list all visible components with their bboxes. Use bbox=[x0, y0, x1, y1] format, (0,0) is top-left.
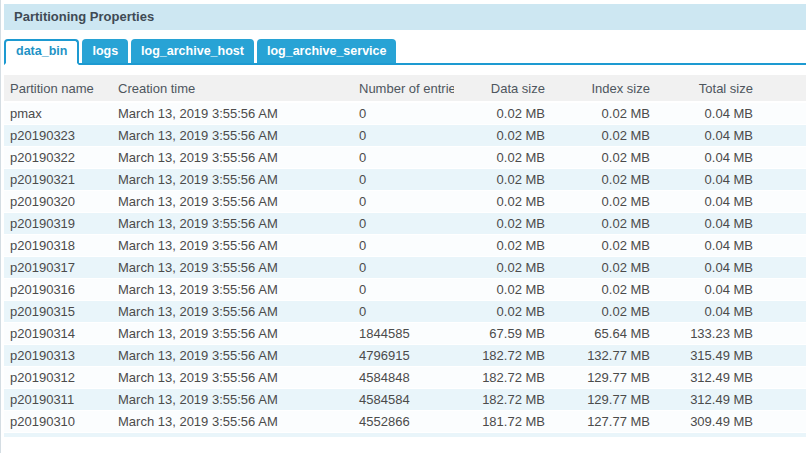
cell-data-size: 0.02 MB bbox=[454, 102, 546, 124]
cell-index-size: 0.02 MB bbox=[546, 300, 651, 322]
cell-partition-name: p20190316 bbox=[4, 278, 114, 300]
partition-row: p20190315 March 13, 2019 3:55:56 AM 0 0.… bbox=[4, 300, 806, 322]
cell-partition-name: p20190321 bbox=[4, 168, 114, 190]
cell-spacer bbox=[754, 366, 806, 388]
cell-partition-name: p20190320 bbox=[4, 190, 114, 212]
cell-number-of-entries: 0 bbox=[354, 212, 454, 234]
panel-title-bar: Partitioning Properties bbox=[4, 4, 806, 30]
partition-row: p20190311 March 13, 2019 3:55:56 AM 4584… bbox=[4, 388, 806, 410]
cell-number-of-entries: 4584584 bbox=[354, 388, 454, 410]
cell-index-size: 129.77 MB bbox=[546, 388, 651, 410]
cell-spacer bbox=[754, 102, 806, 124]
cell-partition-name: p20190317 bbox=[4, 256, 114, 278]
cell-partition-name: p20190323 bbox=[4, 124, 114, 146]
cell-spacer bbox=[754, 234, 806, 256]
panel-title: Partitioning Properties bbox=[14, 9, 154, 24]
cell-index-size: 0.02 MB bbox=[546, 278, 651, 300]
column-header-total-size: Total size bbox=[651, 75, 754, 102]
cell-number-of-entries: 4796915 bbox=[354, 344, 454, 366]
cell-total-size: 0.04 MB bbox=[651, 300, 754, 322]
cell-data-size: 0.02 MB bbox=[454, 300, 546, 322]
cell-total-size: 312.49 MB bbox=[651, 366, 754, 388]
cell-partition-name: p20190315 bbox=[4, 300, 114, 322]
cell-spacer bbox=[754, 124, 806, 146]
partition-row: p20190321 March 13, 2019 3:55:56 AM 0 0.… bbox=[4, 168, 806, 190]
cell-data-size: 0.02 MB bbox=[454, 234, 546, 256]
cell-total-size: 0.04 MB bbox=[651, 234, 754, 256]
cell-number-of-entries: 0 bbox=[354, 278, 454, 300]
cell-data-size: 182.72 MB bbox=[454, 366, 546, 388]
tab-log-archive-host[interactable]: log_archive_host bbox=[131, 39, 254, 63]
partition-table: Partition name Creation time Number of e… bbox=[4, 75, 806, 433]
cell-total-size: 315.49 MB bbox=[651, 344, 754, 366]
cell-total-size: 0.04 MB bbox=[651, 256, 754, 278]
cell-creation-time: March 13, 2019 3:55:56 AM bbox=[114, 278, 354, 300]
partition-row: pmax March 13, 2019 3:55:56 AM 0 0.02 MB… bbox=[4, 102, 806, 124]
tab-data-bin[interactable]: data_bin bbox=[4, 39, 79, 65]
cell-creation-time: March 13, 2019 3:55:56 AM bbox=[114, 322, 354, 344]
cell-index-size: 0.02 MB bbox=[546, 124, 651, 146]
cell-index-size: 0.02 MB bbox=[546, 102, 651, 124]
cell-total-size: 133.23 MB bbox=[651, 322, 754, 344]
cell-partition-name: p20190313 bbox=[4, 344, 114, 366]
partitioning-properties-panel: Partitioning Properties data_bin logs lo… bbox=[0, 0, 810, 453]
column-header-data-size: Data size bbox=[454, 75, 546, 102]
cell-index-size: 127.77 MB bbox=[546, 410, 651, 432]
cell-total-size: 312.49 MB bbox=[651, 388, 754, 410]
cell-creation-time: March 13, 2019 3:55:56 AM bbox=[114, 388, 354, 410]
cell-partition-name: p20190319 bbox=[4, 212, 114, 234]
cell-spacer bbox=[754, 278, 806, 300]
cell-data-size: 0.02 MB bbox=[454, 190, 546, 212]
partition-row: p20190312 March 13, 2019 3:55:56 AM 4584… bbox=[4, 366, 806, 388]
column-header-spacer bbox=[754, 75, 806, 102]
cell-partition-name: pmax bbox=[4, 102, 114, 124]
cell-total-size: 0.04 MB bbox=[651, 124, 754, 146]
partial-next-row bbox=[4, 433, 806, 437]
cell-partition-name: p20190310 bbox=[4, 410, 114, 432]
tab-log-archive-service[interactable]: log_archive_service bbox=[257, 39, 397, 63]
cell-total-size: 0.04 MB bbox=[651, 168, 754, 190]
cell-index-size: 65.64 MB bbox=[546, 322, 651, 344]
column-header-number-of-entries: Number of entries bbox=[354, 75, 454, 102]
cell-number-of-entries: 0 bbox=[354, 102, 454, 124]
cell-spacer bbox=[754, 322, 806, 344]
cell-creation-time: March 13, 2019 3:55:56 AM bbox=[114, 256, 354, 278]
cell-total-size: 309.49 MB bbox=[651, 410, 754, 432]
cell-index-size: 0.02 MB bbox=[546, 256, 651, 278]
cell-total-size: 0.04 MB bbox=[651, 102, 754, 124]
cell-partition-name: p20190322 bbox=[4, 146, 114, 168]
cell-data-size: 0.02 MB bbox=[454, 256, 546, 278]
cell-number-of-entries: 0 bbox=[354, 234, 454, 256]
cell-creation-time: March 13, 2019 3:55:56 AM bbox=[114, 366, 354, 388]
cell-number-of-entries: 0 bbox=[354, 124, 454, 146]
cell-spacer bbox=[754, 190, 806, 212]
column-header-creation-time: Creation time bbox=[114, 75, 354, 102]
partition-row: p20190314 March 13, 2019 3:55:56 AM 1844… bbox=[4, 322, 806, 344]
cell-creation-time: March 13, 2019 3:55:56 AM bbox=[114, 190, 354, 212]
cell-total-size: 0.04 MB bbox=[651, 190, 754, 212]
partition-row: p20190322 March 13, 2019 3:55:56 AM 0 0.… bbox=[4, 146, 806, 168]
cell-total-size: 0.04 MB bbox=[651, 146, 754, 168]
tab-logs[interactable]: logs bbox=[82, 39, 128, 63]
cell-creation-time: March 13, 2019 3:55:56 AM bbox=[114, 300, 354, 322]
cell-data-size: 0.02 MB bbox=[454, 212, 546, 234]
cell-data-size: 0.02 MB bbox=[454, 146, 546, 168]
cell-spacer bbox=[754, 146, 806, 168]
partition-row: p20190310 March 13, 2019 3:55:56 AM 4552… bbox=[4, 410, 806, 432]
cell-data-size: 0.02 MB bbox=[454, 168, 546, 190]
cell-index-size: 0.02 MB bbox=[546, 234, 651, 256]
cell-spacer bbox=[754, 344, 806, 366]
cell-creation-time: March 13, 2019 3:55:56 AM bbox=[114, 124, 354, 146]
cell-index-size: 0.02 MB bbox=[546, 168, 651, 190]
cell-creation-time: March 13, 2019 3:55:56 AM bbox=[114, 146, 354, 168]
cell-partition-name: p20190311 bbox=[4, 388, 114, 410]
cell-index-size: 0.02 MB bbox=[546, 212, 651, 234]
partition-row: p20190313 March 13, 2019 3:55:56 AM 4796… bbox=[4, 344, 806, 366]
partition-row: p20190318 March 13, 2019 3:55:56 AM 0 0.… bbox=[4, 234, 806, 256]
cell-spacer bbox=[754, 256, 806, 278]
cell-number-of-entries: 4584848 bbox=[354, 366, 454, 388]
cell-index-size: 132.77 MB bbox=[546, 344, 651, 366]
cell-number-of-entries: 0 bbox=[354, 168, 454, 190]
partition-row: p20190323 March 13, 2019 3:55:56 AM 0 0.… bbox=[4, 124, 806, 146]
partition-table-container: Partition name Creation time Number of e… bbox=[4, 75, 806, 437]
